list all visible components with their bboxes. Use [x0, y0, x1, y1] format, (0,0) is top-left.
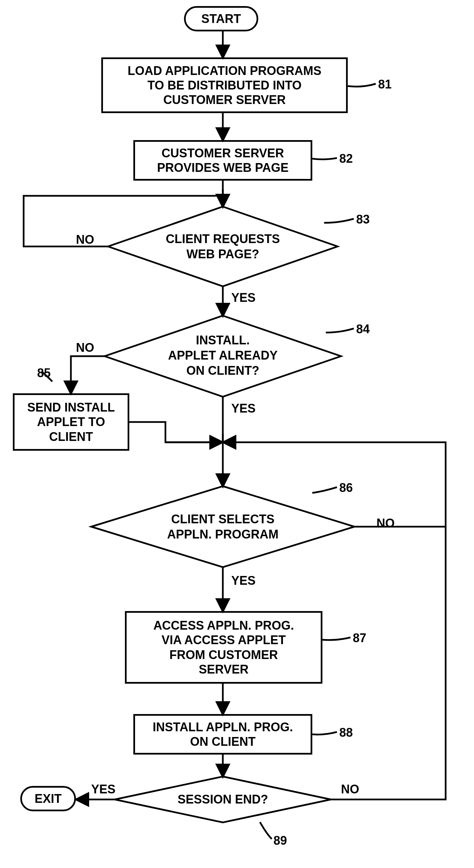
- svg-text:APPLN. PROGRAM: APPLN. PROGRAM: [167, 527, 279, 541]
- node-84-diamond: INSTALL. APPLET ALREADY ON CLIENT?: [105, 316, 341, 397]
- label-no-89: NO: [341, 783, 359, 796]
- label-yes-84: YES: [231, 402, 256, 415]
- ref-81: 81: [378, 78, 392, 91]
- ref-84: 84: [356, 322, 370, 336]
- node-87-access-appln-prog: ACCESS APPLN. PROG. VIA ACCESS APPLET FR…: [125, 611, 322, 684]
- svg-text:APPLET ALREADY: APPLET ALREADY: [168, 348, 278, 362]
- svg-text:WEB PAGE?: WEB PAGE?: [186, 247, 259, 261]
- node-86-diamond: CLIENT SELECTS APPLN. PROGRAM: [91, 486, 354, 567]
- label-yes-86: YES: [231, 574, 256, 587]
- node-89-diamond: SESSION END?: [115, 777, 331, 822]
- svg-marker-3: [105, 316, 341, 397]
- label-yes-89: YES: [91, 783, 115, 796]
- svg-text:ON CLIENT?: ON CLIENT?: [186, 364, 259, 377]
- svg-text:CLIENT REQUESTS: CLIENT REQUESTS: [166, 232, 280, 246]
- node-81-load-programs: LOAD APPLICATION PROGRAMS TO BE DISTRIBU…: [101, 57, 348, 113]
- ref-85: 85: [37, 366, 51, 380]
- svg-text:SESSION END?: SESSION END?: [178, 792, 268, 806]
- flowchart-canvas: START LOAD APPLICATION PROGRAMS TO BE DI…: [0, 0, 474, 868]
- ref-83: 83: [356, 213, 370, 226]
- ref-87: 87: [353, 631, 366, 645]
- ref-88: 88: [339, 726, 353, 739]
- node-82-provides-web-page: CUSTOMER SERVER PROVIDES WEB PAGE: [133, 140, 312, 181]
- node-83-diamond: CLIENT REQUESTS WEB PAGE?: [108, 207, 338, 286]
- svg-marker-7: [91, 486, 354, 567]
- ref-86: 86: [339, 481, 353, 495]
- svg-text:CLIENT SELECTS: CLIENT SELECTS: [171, 512, 274, 526]
- svg-marker-0: [108, 207, 338, 286]
- ref-89: 89: [273, 834, 287, 847]
- label-no-84: NO: [76, 341, 94, 354]
- node-88-install-appln-prog: INSTALL APPLN. PROG. ON CLIENT: [133, 714, 312, 755]
- svg-marker-10: [115, 777, 331, 822]
- svg-text:INSTALL.: INSTALL.: [196, 333, 249, 347]
- start-node: START: [184, 6, 258, 31]
- label-yes-83: YES: [231, 291, 256, 305]
- label-no-83: NO: [76, 233, 94, 246]
- label-no-86: NO: [376, 517, 395, 530]
- exit-node: EXIT: [20, 786, 76, 811]
- ref-82: 82: [339, 152, 353, 165]
- node-85-send-install-applet: SEND INSTALL APPLET TO CLIENT: [13, 393, 129, 451]
